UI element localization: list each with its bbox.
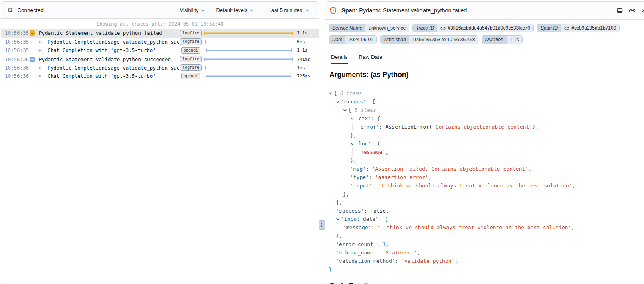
visibility-menu-label: Visibility <box>180 7 199 13</box>
duration-bar-track <box>203 29 295 38</box>
expand-toggle-icon[interactable] <box>343 108 348 112</box>
panel-resize-grip[interactable] <box>319 220 325 230</box>
trace-row[interactable]: 10:56:36◆Pydantic CompletionUsage valida… <box>1 63 319 72</box>
copy-link-icon[interactable] <box>629 7 636 14</box>
metadata-badge-value[interactable]: #cc89a295db1b7109 <box>561 24 619 32</box>
trace-row[interactable]: 10:56:35◆Pydantic CompletionUsage valida… <box>1 38 319 46</box>
time-range-menu[interactable]: Last 5 minutes <box>261 2 319 18</box>
trace-timestamp: 10:56:36 <box>5 73 30 79</box>
tab-raw-data[interactable]: Raw Data <box>358 52 382 64</box>
indent-guide <box>329 97 336 106</box>
code-token: : <box>366 166 372 172</box>
code-token: , <box>386 241 389 247</box>
collapse-toggle-icon[interactable] <box>30 57 35 62</box>
indent-guide <box>336 165 343 173</box>
code-token: } <box>329 266 332 272</box>
indent-spacer <box>30 76 38 76</box>
indent-guide <box>329 240 336 248</box>
span-diamond-icon: ◆ <box>38 66 41 70</box>
code-token: 'msg' <box>350 166 366 172</box>
metadata-badge-value-text: 2024-05-01 <box>349 37 373 42</box>
dock-panel-icon[interactable] <box>616 7 623 14</box>
duration-bar-track <box>203 46 295 55</box>
indent-guide <box>343 173 350 181</box>
duration-bar <box>204 32 293 34</box>
indent-guide <box>329 139 336 148</box>
span-title-prefix: Span: <box>341 7 357 14</box>
metadata-badge-value[interactable]: #3ff16acbdde4a547b01d9c9c533fcc70 <box>437 24 533 32</box>
trace-row[interactable]: 10:56:36Pydantic Statement validate_pyth… <box>1 55 319 64</box>
indent-guide <box>329 114 336 123</box>
duration-label: 725ms <box>295 73 315 79</box>
indent-guide <box>329 232 336 240</box>
code-token: 'error_count' <box>336 241 376 247</box>
code-token: 'Assertion failed, Contains objectionabl… <box>372 166 528 172</box>
trace-label: Chat Completion with 'gpt-3.5-turbo' <box>48 73 179 79</box>
span-diamond-icon: ◆ <box>38 48 41 52</box>
span-header: Span: Pydantic Statement validate_python… <box>325 2 644 20</box>
trace-row[interactable]: 10:56:35Pydantic Statement validate_pyth… <box>1 29 319 38</box>
metadata-badge-value-text: 1.1s <box>510 37 519 42</box>
duration-bar-track <box>203 63 295 72</box>
indent-guide <box>329 123 336 131</box>
code-token: 'input_data' <box>341 216 378 222</box>
code-line: 'error_count': 1, <box>329 240 642 248</box>
indent-guide <box>336 106 343 114</box>
indent-guide <box>336 114 343 123</box>
duration-bar <box>206 75 291 77</box>
metadata-badge-label: Time span <box>380 36 409 44</box>
code-token: 5 items <box>355 107 376 113</box>
close-icon[interactable]: × <box>641 7 644 14</box>
indent-guide <box>343 123 350 131</box>
trace-label: Pydantic CompletionUsage validate_python… <box>48 65 179 71</box>
indent-guide <box>329 257 336 265</box>
link-icon <box>440 26 446 31</box>
indent-guide <box>329 190 336 198</box>
trace-row[interactable]: 10:56:36◆Chat Completion with 'gpt-3.5-t… <box>1 72 319 81</box>
metadata-badge-label: Trace ID <box>413 24 437 32</box>
code-line: }, <box>329 232 642 240</box>
indent-guide <box>329 215 336 223</box>
indent-guide <box>336 190 343 198</box>
code-token: , <box>535 124 539 130</box>
code-token: 'message' <box>343 224 371 230</box>
code-token: , <box>454 258 458 264</box>
trace-label: Pydantic CompletionUsage validate_python… <box>48 39 179 45</box>
traces-toolbar: ⚙ Connected Visibility Default levels La… <box>1 2 319 19</box>
settings-gear-icon[interactable]: ⚙ <box>7 7 13 13</box>
code-line: 'errors': [ <box>329 97 642 106</box>
expand-toggle-icon[interactable] <box>350 117 355 121</box>
indent-guide <box>329 198 336 207</box>
indent-guide <box>336 131 343 139</box>
indent-guide <box>343 181 350 190</box>
expand-toggle-icon[interactable] <box>336 217 341 221</box>
code-token: ) <box>532 124 535 130</box>
code-token: : <box>379 124 386 130</box>
metadata-badge-value: unknown_service <box>365 24 409 32</box>
trace-row[interactable]: 10:56:35◆Chat Completion with 'gpt-3.5-t… <box>1 46 319 55</box>
tab-details[interactable]: Details <box>331 52 348 64</box>
metadata-badge: Date2024-05-01 <box>329 35 377 44</box>
indent-spacer <box>30 68 38 68</box>
code-token: 'Statement' <box>382 250 417 256</box>
indent-guide <box>350 123 357 131</box>
visibility-menu[interactable]: Visibility <box>180 7 205 13</box>
code-token: AssertionError( <box>385 124 432 130</box>
expand-toggle-icon[interactable] <box>336 100 341 104</box>
code-token: { <box>348 107 355 113</box>
metadata-badge: Duration1.1s <box>482 35 522 44</box>
metadata-badge: Service Nameunknown_service <box>329 24 409 32</box>
metadata-badge-value-text: #3ff16acbdde4a547b01d9c9c533fcc70 <box>448 25 530 31</box>
code-token: 6 items <box>340 90 362 96</box>
expand-toggle-icon[interactable] <box>350 142 355 146</box>
indent-guide <box>329 106 336 114</box>
code-token: 'validate_python' <box>401 258 454 264</box>
collapse-toggle-icon[interactable] <box>30 30 35 36</box>
default-levels-menu[interactable]: Default levels <box>216 7 254 13</box>
expand-toggle-icon[interactable] <box>329 91 334 95</box>
code-line: } <box>329 265 642 274</box>
indent-spacer <box>30 42 38 42</box>
indent-guide <box>350 148 357 156</box>
code-line: ), <box>329 156 642 165</box>
code-token: ), <box>350 157 357 163</box>
